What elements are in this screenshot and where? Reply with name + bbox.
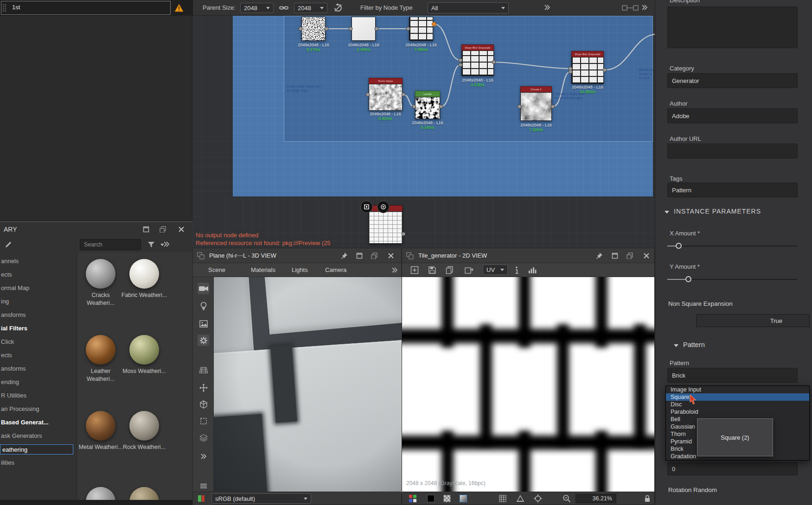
menu-camera[interactable]: Camera (325, 266, 346, 273)
author-field[interactable]: Adobe (667, 108, 798, 123)
tiling-icon[interactable] (516, 495, 524, 502)
category-item[interactable]: ing (1, 297, 9, 307)
pattern-option-square-hovered[interactable]: Square (666, 393, 809, 401)
maximize-icon[interactable] (356, 252, 363, 259)
graph-node-clouds[interactable]: Clouds 2 (520, 86, 552, 121)
graph-tab[interactable]: 1st (12, 4, 20, 11)
ground-plane-icon[interactable] (198, 364, 209, 376)
category-item[interactable]: an Processing (1, 404, 39, 414)
lock-icon[interactable] (644, 494, 651, 502)
pattern-combo[interactable]: Brick (667, 368, 798, 383)
view-3d-viewport[interactable] (214, 277, 402, 492)
pin-icon[interactable] (340, 252, 348, 259)
graph-node-slope-blur-2[interactable]: Slope Blur Grayscale (571, 51, 604, 84)
category-item[interactable]: ask Generators (1, 431, 42, 441)
graph-node-levels[interactable]: Levels (415, 91, 440, 119)
category-item[interactable]: Click (1, 337, 14, 347)
graph-node[interactable] (301, 17, 326, 41)
graph-node[interactable] (352, 17, 376, 41)
filter-funnel-icon[interactable] (147, 241, 155, 248)
library-item[interactable]: Cracks Weatheri... (77, 259, 124, 307)
description-field[interactable] (667, 6, 798, 48)
category-item[interactable]: ilities (1, 458, 14, 468)
pattern-option[interactable]: Disc (666, 401, 809, 408)
offset-field[interactable]: 0 (667, 462, 798, 475)
category-item[interactable]: ects (1, 270, 12, 280)
grid-toggle-icon[interactable] (499, 495, 506, 502)
x-amount-slider[interactable] (667, 243, 798, 249)
close-icon[interactable] (388, 252, 394, 259)
float-icon[interactable] (371, 252, 377, 259)
output-badge-icon[interactable] (377, 201, 390, 213)
parent-size-select[interactable]: 2048 (240, 3, 274, 13)
float-icon[interactable] (160, 226, 166, 233)
geometry-cube-icon[interactable] (198, 398, 209, 410)
pin-icon[interactable] (595, 252, 603, 259)
uv-mode-select[interactable]: UV (483, 265, 508, 275)
category-field[interactable]: Generator (667, 73, 798, 88)
new-view-icon[interactable] (410, 266, 419, 274)
rgb-channels-icon[interactable] (409, 494, 417, 503)
y-amount-slider[interactable] (667, 276, 798, 283)
category-item[interactable]: ects (1, 350, 12, 360)
drag-grip-icon[interactable] (2, 4, 6, 12)
graph-node[interactable] (409, 17, 433, 41)
active-texture-swatch[interactable] (460, 495, 467, 502)
move-tool-icon[interactable] (198, 382, 209, 393)
toolbar-overflow-2-icon[interactable] (641, 5, 648, 10)
filter-node-type-select[interactable]: All (428, 2, 509, 13)
pattern-option[interactable]: Image Input (666, 386, 809, 393)
tags-field[interactable]: Pattern (667, 183, 798, 197)
view-3d-header[interactable]: Plane (hi-r⋯L - 3D VIEW (193, 248, 401, 263)
library-overflow-icon[interactable] (163, 241, 170, 247)
view-2d-header[interactable]: Tile_generator - 2D VIEW (402, 248, 654, 263)
graph-node-perlin-noise[interactable]: Perlin Noise (369, 78, 403, 111)
background-black-swatch[interactable] (427, 495, 435, 502)
save-icon[interactable] (428, 266, 436, 274)
export-icon[interactable] (465, 266, 474, 274)
library-item[interactable]: Metal Weatheri... (77, 411, 124, 451)
view-menu-icon[interactable] (198, 480, 209, 492)
environment-image-icon[interactable] (198, 318, 209, 329)
node-link-display-icon[interactable] (622, 4, 639, 12)
category-item[interactable]: annels (1, 256, 19, 266)
copy-icon[interactable] (446, 266, 454, 274)
empty-graph-panel[interactable] (0, 16, 192, 221)
colorspace-select[interactable]: sRGB (default) (211, 493, 311, 504)
close-icon[interactable] (178, 226, 185, 233)
background-checker-swatch[interactable] (443, 495, 451, 502)
menu-materials[interactable]: Materials (251, 266, 275, 273)
toolbar-overflow-icon[interactable] (198, 450, 209, 462)
zoom-out-icon[interactable] (563, 494, 571, 503)
light-icon[interactable] (198, 300, 209, 312)
category-item-based-generators[interactable]: Based Generat... (1, 417, 49, 428)
instance-parameters-header[interactable]: INSTANCE PARAMETERS (674, 208, 761, 215)
library-item[interactable]: Rock Weatheri... (121, 411, 167, 451)
output-badge-icon[interactable] (360, 201, 373, 213)
reset-size-icon[interactable] (333, 3, 343, 13)
category-item[interactable]: R Utilities (1, 391, 26, 401)
category-item[interactable]: ormal Map (1, 283, 29, 293)
category-item-weathering-selected[interactable]: eathering (0, 444, 73, 454)
section-collapse-icon[interactable] (674, 344, 678, 347)
library-item[interactable]: Fabric Weatheri... (121, 259, 167, 299)
layers-icon[interactable] (198, 432, 209, 443)
link-sizes-icon[interactable] (279, 4, 288, 12)
pattern-option[interactable]: Paraboloid (666, 408, 809, 416)
menu-lights[interactable]: Lights (292, 266, 308, 273)
zoom-level-field[interactable]: 36.21% (575, 494, 616, 503)
settings-gear-icon[interactable] (198, 335, 209, 346)
node-graph-canvas[interactable]: 2048x2048 - L16 0.17ms 2048x2048 - L16 2… (192, 16, 655, 248)
edit-pencil-icon[interactable] (5, 240, 13, 248)
colorspace-icon[interactable] (198, 495, 205, 502)
toolbar-overflow-icon[interactable] (544, 5, 550, 10)
category-item[interactable]: ending (1, 377, 19, 387)
center-view-icon[interactable] (534, 494, 542, 503)
maximize-icon[interactable] (612, 252, 618, 259)
menu-scene[interactable]: Scene (208, 266, 225, 273)
histogram-icon[interactable] (528, 267, 537, 273)
category-item[interactable]: ansforms (1, 310, 26, 320)
pattern-section-header[interactable]: Pattern (683, 341, 705, 348)
non-square-expansion-toggle[interactable]: True (696, 314, 810, 327)
author-url-field[interactable] (667, 144, 798, 158)
